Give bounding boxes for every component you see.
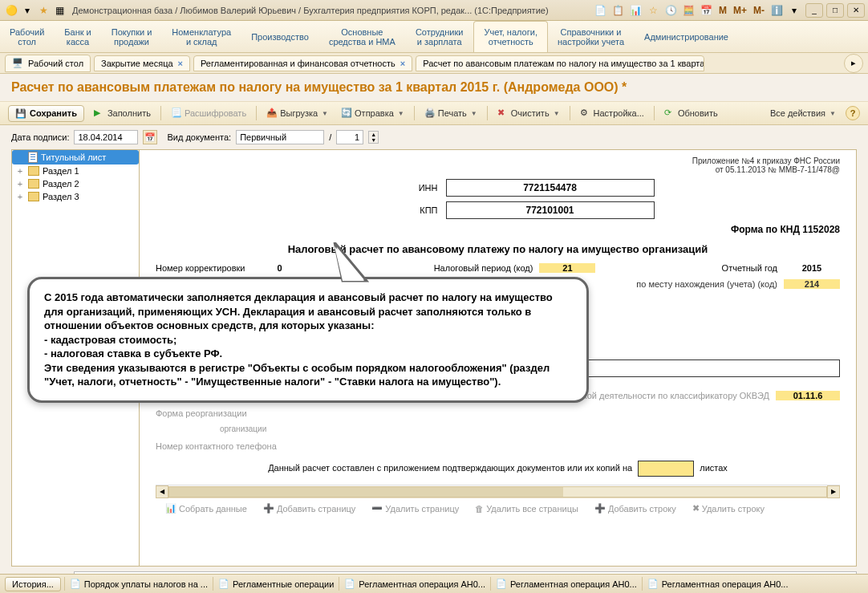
date-input[interactable] [74,130,138,144]
calc-icon[interactable]: 🧮 [683,4,696,17]
clock-icon[interactable]: 🕓 [665,4,678,17]
nav-tab-0[interactable]: Рабочийстол [0,21,55,52]
tree-item-1[interactable]: +Раздел 1 [12,164,139,177]
tree-item-2[interactable]: +Раздел 2 [12,177,139,190]
sheets-field[interactable] [638,461,694,477]
corr-field[interactable]: 0 [251,263,307,273]
status-icon: 📄 [344,579,355,589]
dropdown2-icon[interactable]: ▾ [788,4,801,17]
doc-kind-input[interactable] [236,130,324,144]
help-button[interactable]: ? [846,106,860,120]
tree-item-0[interactable]: Титульный лист [12,150,139,164]
scroll-thumb[interactable] [169,487,563,497]
export-button[interactable]: 📤 Выгрузка ▼ [263,106,331,120]
kpp-label: КПП [342,205,438,215]
add-icon: ➕ [263,503,274,514]
folder-icon [28,166,39,176]
expand-icon[interactable]: + [15,192,25,201]
tab-close-icon[interactable]: × [400,59,405,68]
calendar-button[interactable]: 📅 [143,130,157,144]
spin-up[interactable]: ▲ [369,132,378,137]
nav-tab-6[interactable]: Сотрудникии зарплата [406,21,474,52]
tab-close-icon[interactable]: × [178,59,183,68]
tool-icon-1[interactable]: 📄 [594,4,607,17]
nav-tab-9[interactable]: Администрирование [635,21,739,52]
expand-icon[interactable]: + [15,166,25,176]
decrypt-button[interactable]: 📃 Расшифровать [168,106,249,120]
status-item-4[interactable]: 📄Регламентная операция АН0... [642,577,793,591]
spin-down[interactable]: ▼ [369,137,378,143]
reorg-inn-field[interactable] [339,405,427,421]
del-all-button[interactable]: 🗑Удалить все страницы [472,502,582,515]
nav-tab-1[interactable]: Банк икасса [55,21,101,52]
okved-field[interactable]: 01.11.6 [776,391,840,400]
slash: / [329,132,331,142]
save-button[interactable]: 💾 Сохранить [8,105,84,122]
scroll-right-button[interactable]: ▶ [827,485,840,498]
tool-icon-3[interactable]: 📊 [630,4,643,17]
phone-field[interactable] [283,438,444,454]
collect-button[interactable]: 📊Собрать данные [162,502,250,515]
print-button[interactable]: 🖨️ Печать ▼ [421,106,481,120]
doc-tab-1[interactable]: Закрытие месяца× [94,55,190,71]
nav-tab-2[interactable]: Покупки ипродажи [102,21,163,52]
horizontal-scrollbar[interactable]: ◀ ▶ [156,485,840,498]
dropdown-icon[interactable]: ▾ [21,4,34,17]
clear-icon: ✖ [497,108,509,119]
doc-tab-2[interactable]: Регламентированная и финансовая отчетнос… [193,55,412,71]
cal-icon[interactable]: 📅 [700,4,713,17]
scroll-left-button[interactable]: ◀ [156,485,168,498]
grid-icon[interactable]: ▦ [53,4,66,17]
doc-tab-3[interactable]: Расчет по авансовым платежам по налогу н… [416,55,704,71]
folder-icon [28,179,39,189]
maximize-button[interactable]: □ [826,3,844,18]
del-row-button[interactable]: ✖Удалить строку [689,502,768,515]
year-field[interactable]: 2015 [784,263,840,273]
status-item-2[interactable]: 📄Регламентная операция АН0... [339,577,490,591]
nav-tab-8[interactable]: Справочники инастройки учета [548,21,635,52]
history-button[interactable]: История... [5,577,61,591]
status-label: Порядок уплаты налогов на ... [84,579,208,589]
m-minus-button[interactable]: M- [751,5,767,16]
clear-button[interactable]: ✖ Очистить ▼ [494,106,563,120]
tree-label: Раздел 2 [43,179,79,189]
page-spinner[interactable] [336,130,363,144]
reorg-code-field[interactable] [254,405,294,421]
m-plus-button[interactable]: M+ [731,5,749,16]
kpp-field[interactable]: 772101001 [446,201,655,219]
status-item-0[interactable]: 📄Порядок уплаты налогов на ... [64,577,213,591]
fill-button[interactable]: ▶ Заполнить [91,106,154,120]
fav-icon[interactable]: ☆ [647,4,660,17]
add-row-button[interactable]: ➕Добавить строку [591,502,679,515]
period-field[interactable]: 21 [539,263,595,273]
nav-tab-5[interactable]: Основныесредства и НМА [319,21,406,52]
tool-icon-2[interactable]: 📋 [612,4,625,17]
all-actions-button[interactable]: Все действия ▼ [767,107,839,120]
close-button[interactable]: ✕ [847,3,865,18]
reorg-kpp-field[interactable] [433,405,521,421]
inn-field[interactable]: 7721154478 [446,179,655,197]
send-button[interactable]: 🔄 Отправка ▼ [338,106,408,120]
nav-tab-3[interactable]: Номенклатураи склад [162,21,241,52]
nav-tab-4[interactable]: Производство [241,21,319,52]
scroll-track[interactable] [168,486,827,498]
m-button[interactable]: M [716,5,729,16]
status-item-1[interactable]: 📄Регламентные операции [213,577,339,591]
settings-button[interactable]: ⚙ Настройка... [577,106,647,120]
add-page-button[interactable]: ➕Добавить страницу [260,502,359,515]
expand-icon[interactable]: + [15,179,25,189]
print-label: Печать [438,108,467,118]
info-icon[interactable]: ℹ️ [770,4,783,17]
refresh-button[interactable]: ⟳ Обновить [661,106,721,120]
star-icon[interactable]: ★ [37,4,50,17]
tree-item-3[interactable]: +Раздел 3 [12,190,139,203]
minimize-button[interactable]: _ [805,3,823,18]
status-item-3[interactable]: 📄Регламентная операция АН0... [490,577,642,591]
doc-tab-0[interactable]: 🖥️Рабочий стол [5,55,91,72]
place-field[interactable]: 214 [784,279,840,289]
folder-icon [28,192,39,201]
separator [160,106,161,120]
nav-tab-7[interactable]: Учет, налоги,отчетность [473,21,547,52]
del-page-button[interactable]: ➖Удалить страницу [368,502,462,515]
tabs-nav-arrow[interactable]: ▸ [844,54,863,73]
